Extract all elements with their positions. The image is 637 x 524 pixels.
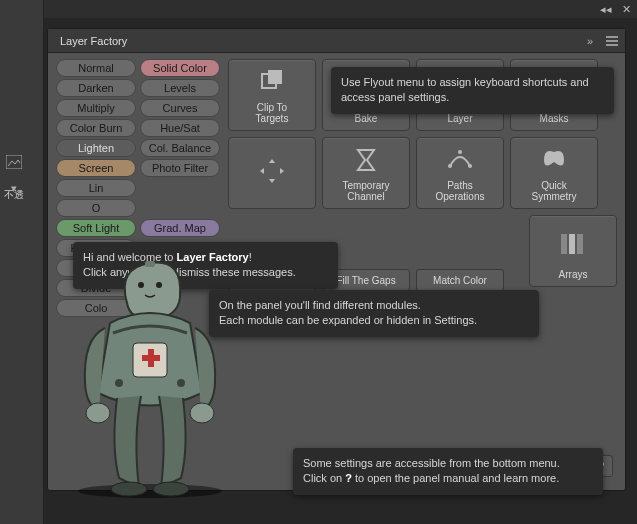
blend-soft-light[interactable]: Soft Light	[56, 219, 136, 237]
svg-rect-6	[561, 234, 567, 254]
svg-point-3	[448, 164, 452, 168]
module-clip[interactable]: Clip ToTargets	[228, 59, 316, 131]
blend-normal[interactable]: Normal	[56, 59, 136, 77]
image-icon[interactable]	[4, 152, 24, 172]
module-hourglass[interactable]: TemporaryChannel	[322, 137, 410, 209]
host-left-strip: ▾ 不透	[0, 0, 44, 524]
move-icon	[258, 138, 286, 196]
module-butterfly[interactable]: QuickSymmetry	[510, 137, 598, 209]
tip-modules: On the panel you'll find different modul…	[209, 290, 539, 337]
module-arrays[interactable]: Arrays	[529, 215, 617, 287]
tip-bottom: Some settings are accessible from the bo…	[293, 448, 603, 495]
adjust-col-balance[interactable]: Col. Balance	[140, 139, 220, 157]
tip-welcome: Hi and welcome to Layer Factory! Click a…	[73, 242, 338, 289]
flyout-menu-icon[interactable]	[605, 34, 619, 48]
blend-color-burn[interactable]: Color Burn	[56, 119, 136, 137]
host-close-icon[interactable]: ✕	[619, 2, 633, 16]
blend-screen[interactable]: Screen	[56, 159, 136, 177]
clip-icon	[258, 60, 286, 96]
svg-rect-2	[268, 70, 282, 84]
svg-point-5	[458, 150, 462, 154]
host-top-strip: ◂◂ ✕	[0, 0, 637, 18]
adjust-hue-sat[interactable]: Hue/Sat	[140, 119, 220, 137]
blend-multiply[interactable]: Multiply	[56, 99, 136, 117]
adjust-photo-filter[interactable]: Photo Filter	[140, 159, 220, 177]
arrays-icon	[559, 216, 587, 263]
adjust-grad-map[interactable]: Grad. Map	[140, 219, 220, 237]
svg-point-4	[468, 164, 472, 168]
svg-rect-8	[577, 234, 583, 254]
tip-flyout: Use Flyout menu to assign keyboard short…	[331, 67, 614, 114]
chevrons-right-icon[interactable]: »	[583, 34, 597, 48]
module-match-color[interactable]: Match Color	[416, 269, 504, 291]
adjust-curves[interactable]: Curves	[140, 99, 220, 117]
svg-rect-7	[569, 234, 575, 254]
adjust-levels[interactable]: Levels	[140, 79, 220, 97]
host-collapse-icon[interactable]: ◂◂	[599, 2, 613, 16]
panel-header: Layer Factory »	[48, 29, 625, 53]
butterfly-icon	[540, 138, 568, 174]
paths-icon	[446, 138, 474, 174]
blend-colo[interactable]: Colo	[56, 299, 136, 317]
blend-lighten[interactable]: Lighten	[56, 139, 136, 157]
host-left-label: 不透	[4, 188, 24, 202]
hourglass-icon	[352, 138, 380, 174]
blend-o[interactable]: O	[56, 199, 136, 217]
module-move[interactable]	[228, 137, 316, 209]
blend-darken[interactable]: Darken	[56, 79, 136, 97]
blend-lin[interactable]: Lin	[56, 179, 136, 197]
module-paths[interactable]: PathsOperations	[416, 137, 504, 209]
adjust-solid-color[interactable]: Solid Color	[140, 59, 220, 77]
panel-title: Layer Factory	[54, 35, 583, 47]
